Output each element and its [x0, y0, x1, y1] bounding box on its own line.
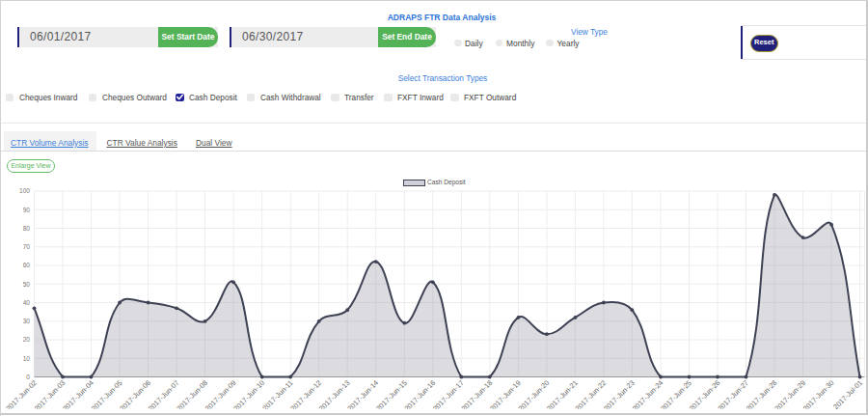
svg-text:90: 90: [23, 207, 31, 213]
svg-text:40: 40: [23, 299, 31, 306]
svg-text:0: 0: [26, 374, 30, 380]
svg-text:2017-Jun-18: 2017-Jun-18: [459, 378, 494, 409]
svg-text:2017-Jul-01: 2017-Jul-01: [831, 378, 864, 409]
svg-text:10: 10: [23, 355, 31, 362]
svg-text:80: 80: [23, 225, 31, 232]
svg-text:2017-Jun-28: 2017-Jun-28: [745, 378, 779, 409]
svg-text:100: 100: [19, 187, 30, 194]
svg-text:30: 30: [23, 318, 31, 324]
svg-text:60: 60: [23, 262, 31, 268]
svg-text:20: 20: [23, 336, 31, 343]
svg-text:2017-Jun-23: 2017-Jun-23: [602, 378, 637, 409]
svg-text:2017-Jun-14: 2017-Jun-14: [345, 378, 380, 409]
svg-text:70: 70: [23, 243, 31, 250]
svg-text:2017-Jun-09: 2017-Jun-09: [203, 378, 238, 409]
svg-text:50: 50: [23, 281, 31, 288]
svg-text:2017-Jun-04: 2017-Jun-04: [61, 378, 95, 409]
